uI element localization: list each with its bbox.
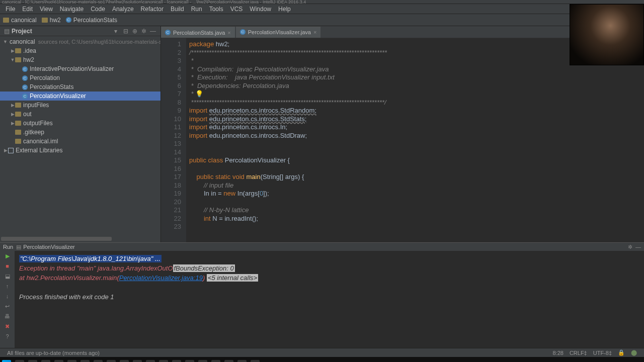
app-10[interactable]	[159, 360, 168, 362]
file-encoding[interactable]: UTF-8‡	[593, 350, 612, 356]
app-3[interactable]	[67, 360, 76, 362]
tree-item-InteractivePercolationVisualizer[interactable]: CInteractivePercolationVisualizer	[0, 64, 160, 73]
tree-item-out[interactable]: ▶out	[0, 110, 160, 119]
app-14[interactable]	[211, 360, 220, 362]
run-panel-header: Run ▤ PercolationVisualizer ✲ —	[0, 243, 644, 251]
expand-arrow[interactable]: ▶	[10, 121, 15, 126]
run-settings-icon[interactable]: ✲	[628, 244, 632, 250]
tree-item-External Libraries[interactable]: ▶External Libraries	[0, 146, 160, 155]
up-icon[interactable]: ↑	[4, 283, 11, 290]
stack-at: at hw2.PercolationVisualizer.main(	[19, 274, 119, 282]
folder-icon	[3, 18, 9, 23]
menu-code[interactable]: Code	[87, 6, 109, 13]
menu-tools[interactable]: Tools	[206, 6, 227, 13]
run-toolbar: ▶ ■ ⬓ ↑ ↓ ↩ 🖶 ✖ ?	[0, 251, 15, 348]
expand-arrow[interactable]: ▶	[10, 103, 15, 108]
menu-run[interactable]: Run	[188, 6, 206, 13]
code-editor[interactable]: 1234567891011121314151617181920212223 pa…	[161, 38, 644, 242]
console-output[interactable]: "C:\Program Files\Java\jdk1.8.0_121\bin\…	[15, 251, 644, 348]
tree-item-.idea[interactable]: ▶.idea	[0, 46, 160, 55]
line-separator[interactable]: CRLF‡	[570, 350, 587, 356]
menu-edit[interactable]: Edit	[19, 6, 36, 13]
rerun-icon[interactable]: ▶	[4, 253, 11, 260]
tree-item-inputFiles[interactable]: ▶inputFiles	[0, 101, 160, 110]
collapse-icon[interactable]: ⊟	[122, 28, 129, 35]
tree-item-hw2[interactable]: ▼hw2	[0, 55, 160, 64]
tree-item-Percolation[interactable]: CPercolation	[0, 73, 160, 82]
project-h-scrollbar[interactable]	[1, 236, 159, 241]
down-icon[interactable]: ↓	[4, 293, 11, 300]
clear-icon[interactable]: ✖	[4, 323, 11, 330]
task-view[interactable]	[28, 360, 37, 362]
menu-analyze[interactable]: Analyze	[109, 6, 137, 13]
status-message: All files are up-to-date (moments ago)	[7, 350, 100, 356]
breadcrumb-canonical[interactable]: canonical	[3, 17, 37, 24]
stop-icon[interactable]: ■	[4, 263, 11, 270]
taskbar-search[interactable]	[15, 360, 24, 362]
source-code[interactable]: package hw2;/***************************…	[186, 38, 644, 242]
app-1[interactable]	[41, 360, 50, 362]
menu-file[interactable]: File	[2, 6, 19, 13]
wrap-icon[interactable]: ↩	[4, 303, 11, 310]
app-17[interactable]	[251, 360, 260, 362]
app-4[interactable]	[80, 360, 90, 362]
class-icon: C	[22, 66, 28, 72]
editor-tab-PercolationStats.java[interactable]: CPercolationStats.java×	[161, 27, 235, 38]
help-icon[interactable]: ?	[4, 333, 11, 340]
close-tab-icon[interactable]: ×	[227, 30, 230, 36]
class-icon: C	[22, 94, 28, 99]
app-9[interactable]	[146, 360, 155, 362]
app-13[interactable]	[198, 360, 207, 362]
app-2[interactable]	[54, 360, 63, 362]
app-6[interactable]	[107, 360, 116, 362]
locate-icon[interactable]: ⊕	[131, 28, 138, 35]
stack-link[interactable]: PercolationVisualizer.java:19	[119, 274, 203, 282]
menu-refactor[interactable]: Refactor	[137, 6, 167, 13]
app-11[interactable]	[172, 360, 181, 362]
menu-build[interactable]: Build	[167, 6, 188, 13]
app-7[interactable]	[120, 360, 129, 362]
windows-taskbar[interactable]: 3/12/2017	[0, 357, 644, 362]
menu-view[interactable]: View	[36, 6, 56, 13]
menu-vcs[interactable]: VCS	[227, 6, 247, 13]
settings-icon[interactable]: ✲	[140, 28, 147, 35]
tree-item-.gitkeep[interactable]: .gitkeep	[0, 128, 160, 137]
menu-window[interactable]: Window	[246, 6, 275, 13]
class-icon: C	[22, 75, 28, 81]
caret-position[interactable]: 8:28	[552, 350, 563, 356]
expand-arrow[interactable]: ▼	[3, 39, 8, 44]
menu-help[interactable]: Help	[275, 6, 294, 13]
editor-tab-PercolationVisualizer.java[interactable]: CPercolationVisualizer.java×	[236, 27, 321, 38]
expand-arrow[interactable]: ▶	[3, 148, 8, 153]
project-tree[interactable]: ▼canonicalsources root, C:\Users\hug\61b…	[0, 36, 160, 236]
expand-arrow[interactable]: ▶	[10, 112, 15, 117]
close-tab-icon[interactable]: ×	[313, 29, 316, 35]
expand-arrow[interactable]: ▼	[10, 57, 15, 62]
run-hide-icon[interactable]: —	[635, 244, 641, 250]
app-5[interactable]	[94, 360, 103, 362]
menu-navigate[interactable]: Navigate	[56, 6, 87, 13]
project-view-icon[interactable]: ▤	[4, 28, 10, 35]
file-icon	[15, 130, 21, 135]
lock-icon[interactable]: 🔒	[618, 349, 625, 356]
tree-item-PercolationVisualizer[interactable]: CPercolationVisualizer	[0, 92, 160, 101]
dump-icon[interactable]: ⬓	[4, 273, 11, 280]
tree-item-canonical.iml[interactable]: canonical.iml	[0, 137, 160, 146]
breadcrumb-PercolationStats[interactable]: CPercolationStats	[66, 17, 117, 24]
hektor-icon[interactable]: ⬤	[631, 349, 637, 356]
exception-text-b: fBoundsException: 0	[173, 264, 235, 272]
hide-icon[interactable]: —	[149, 28, 156, 35]
tree-item-PercolationStats[interactable]: CPercolationStats	[0, 82, 160, 92]
breadcrumb-hw2[interactable]: hw2	[42, 17, 61, 24]
app-15[interactable]	[224, 360, 233, 362]
folder-icon	[42, 18, 48, 23]
app-16[interactable]	[237, 360, 247, 362]
exit-code: Process finished with exit code 1	[19, 292, 640, 302]
start-button[interactable]	[2, 360, 11, 362]
print-icon[interactable]: 🖶	[4, 313, 11, 320]
tree-item-canonical[interactable]: ▼canonicalsources root, C:\Users\hug\61b…	[0, 37, 160, 46]
expand-arrow[interactable]: ▶	[10, 48, 15, 53]
tree-item-outputFiles[interactable]: ▶outputFiles	[0, 119, 160, 128]
app-12[interactable]	[185, 360, 194, 362]
app-8[interactable]	[133, 360, 142, 362]
